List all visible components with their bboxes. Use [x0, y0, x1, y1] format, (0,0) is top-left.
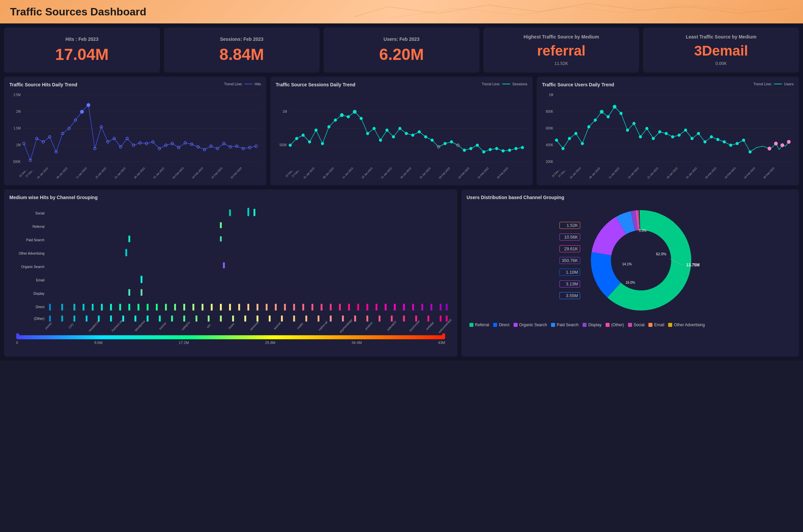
svg-text:native-ad: native-ad	[318, 320, 328, 331]
svg-text:26 Jan 2023: 26 Jan 2023	[134, 167, 146, 179]
svg-point-134	[607, 115, 610, 118]
svg-point-83	[399, 127, 401, 130]
svg-point-143	[665, 132, 668, 135]
svg-rect-251	[195, 316, 197, 322]
svg-text:11 Jan 2023: 11 Jan 2023	[342, 167, 354, 179]
svg-rect-240	[61, 316, 63, 322]
svg-text:600K: 600K	[546, 127, 553, 130]
svg-point-101	[515, 147, 517, 150]
svg-point-132	[594, 119, 596, 121]
svg-text:iamemail: iamemail	[249, 320, 259, 331]
svg-point-75	[347, 115, 350, 118]
svg-rect-190	[126, 249, 127, 256]
users-legend: Trend Line: Users	[753, 82, 794, 86]
svg-text:26 Jan 2023: 26 Jan 2023	[666, 167, 678, 179]
svg-text:500K: 500K	[280, 143, 287, 147]
svg-rect-224	[321, 304, 322, 310]
svg-point-73	[334, 119, 337, 121]
svg-rect-199	[92, 304, 93, 310]
svg-point-160	[787, 140, 791, 144]
svg-text:01 Jan 2023: 01 Jan 2023	[37, 167, 49, 179]
svg-rect-233	[403, 304, 405, 310]
hits-chart-svg: 2.5M 2M 1.5M 1M 500K	[9, 90, 261, 179]
svg-text:PartnerLink: PartnerLink	[111, 319, 123, 332]
svg-text:2M: 2M	[16, 110, 20, 113]
medium-hits-svg: Social Referral Paid Search Other Advert…	[9, 203, 452, 330]
svg-text:01 Jan 2023: 01 Jan 2023	[569, 167, 581, 179]
svg-text:category: category	[181, 320, 190, 331]
svg-point-141	[652, 137, 655, 140]
hits-chart-title: Traffic Source Hits Daily Trend	[9, 82, 261, 87]
users-distribution-title: Users Distribution based Channel Groupin…	[467, 195, 794, 200]
legend-referral-dot	[470, 323, 474, 327]
svg-point-154	[736, 142, 739, 145]
kpi-hits: Hits : Feb 2023 17.04M	[4, 27, 160, 73]
svg-point-88	[431, 139, 434, 141]
svg-point-152	[723, 140, 726, 143]
svg-text:31 Jan 2023: 31 Jan 2023	[685, 167, 697, 179]
svg-point-102	[521, 146, 524, 149]
svg-text:21 Jan 2023: 21 Jan 2023	[647, 167, 659, 179]
svg-text:06 Jan 2023: 06 Jan 2023	[589, 167, 601, 179]
svg-rect-262	[330, 316, 331, 322]
svg-text:05 Feb 2023: 05 Feb 2023	[172, 167, 184, 180]
svg-text:06 Jan 2023: 06 Jan 2023	[56, 167, 68, 179]
svg-text:(Other): (Other)	[34, 317, 44, 321]
svg-point-140	[645, 127, 648, 130]
kpi-least-label: Least Traffic Source by Medium	[686, 34, 757, 39]
svg-point-142	[658, 131, 661, 133]
kpi-users-label: Users: Feb 2023	[383, 36, 419, 42]
legend-paid: Paid Search	[551, 323, 578, 327]
svg-text:16 Jan 2023: 16 Jan 2023	[627, 167, 640, 179]
svg-rect-241	[74, 316, 75, 322]
svg-text:500K: 500K	[13, 160, 21, 164]
svg-rect-260	[305, 316, 307, 322]
dashboard-header: Traffic Sources Dashboard	[0, 0, 803, 23]
svg-text:paymentpage: paymentpage	[339, 318, 353, 334]
svg-rect-267	[391, 316, 393, 322]
svg-point-127	[562, 147, 565, 150]
svg-rect-246	[134, 316, 136, 322]
svg-text:cpc: cpc	[206, 323, 211, 329]
svg-point-94	[470, 147, 472, 150]
svg-text:Other Advertising: Other Advertising	[19, 251, 44, 255]
legend-email: Email	[648, 323, 664, 327]
svg-point-133	[600, 110, 604, 113]
svg-rect-229	[366, 304, 368, 310]
svg-point-71	[321, 142, 324, 145]
svg-point-144	[671, 135, 674, 138]
svg-rect-231	[385, 304, 386, 310]
svg-rect-232	[394, 304, 396, 310]
svg-point-153	[729, 144, 732, 147]
svg-text:1M: 1M	[282, 110, 287, 113]
svg-rect-221	[293, 304, 295, 310]
svg-text:13.75M: 13.75M	[686, 263, 700, 267]
svg-text:15 Feb 2023: 15 Feb 2023	[211, 167, 223, 180]
donut-svg: 62.0% 16.0% 14.1% 5.0% 13.75M	[584, 204, 698, 317]
svg-point-72	[328, 126, 330, 128]
svg-text:referral23: referral23	[386, 320, 397, 331]
svg-text:20 Feb 2023: 20 Feb 2023	[497, 167, 509, 180]
svg-rect-202	[119, 304, 121, 310]
users-distribution-panel: Users Distribution based Channel Groupin…	[461, 189, 799, 357]
svg-text:mailer: mailer	[297, 322, 304, 330]
svg-point-136	[620, 112, 622, 115]
svg-rect-219	[275, 304, 277, 310]
kpi-least: Least Traffic Source by Medium 3Demail 0…	[643, 27, 799, 73]
svg-text:11 Jan 2023: 11 Jan 2023	[75, 167, 88, 179]
svg-point-80	[379, 139, 382, 141]
svg-rect-203	[129, 304, 130, 310]
svg-text:31 Jan 2023: 31 Jan 2023	[419, 167, 431, 179]
legend-referral: Referral	[470, 323, 490, 327]
svg-text:product: product	[364, 321, 373, 330]
svg-rect-205	[147, 304, 148, 310]
svg-point-129	[574, 132, 577, 135]
kpi-sessions: Sessions: Feb 2023 8.84M	[164, 27, 320, 73]
svg-text:800K: 800K	[546, 110, 553, 113]
svg-point-149	[704, 140, 706, 143]
svg-text:Display: Display	[34, 291, 45, 296]
svg-point-20	[87, 103, 90, 107]
legend-organic-dot	[514, 323, 518, 327]
svg-text:tourinvoice: tourinvoice	[409, 320, 421, 332]
svg-text:15 Feb 2023: 15 Feb 2023	[477, 167, 490, 180]
